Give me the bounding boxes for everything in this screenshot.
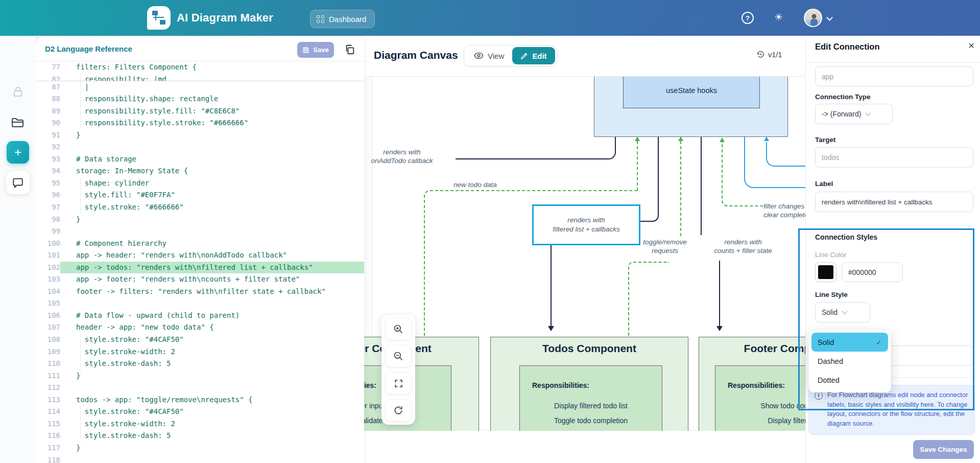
edge-app-footer bbox=[701, 137, 702, 235]
connection-type-value: -> (Forward) bbox=[822, 110, 861, 118]
line-number: 95 bbox=[36, 177, 60, 190]
edge-label-new-todo-data[interactable]: new todo data bbox=[451, 181, 499, 190]
line-number: 104 bbox=[36, 286, 60, 298]
copy-icon[interactable] bbox=[343, 43, 356, 57]
lock-icon[interactable] bbox=[0, 86, 36, 98]
zoom-out-button[interactable] bbox=[385, 345, 412, 367]
editor-title: D2 Language Reference bbox=[45, 44, 132, 53]
code-line[interactable]: 114 style.stroke: "#4CAF50" bbox=[36, 406, 364, 418]
user-avatar[interactable] bbox=[804, 9, 822, 27]
edge-label-counts[interactable]: renders withcounts + filter state bbox=[707, 238, 779, 256]
option-dotted[interactable]: Dotted bbox=[811, 371, 888, 389]
line-style-select[interactable]: Solid bbox=[815, 302, 870, 322]
code-line[interactable]: 113todos -> app: "toggle/remove\nrequest… bbox=[36, 394, 364, 406]
zoom-in-button[interactable] bbox=[385, 318, 412, 340]
connection-type-select[interactable]: -> (Forward) bbox=[815, 104, 893, 124]
chat-button[interactable] bbox=[6, 171, 30, 194]
arrowhead-down-navy bbox=[716, 326, 723, 331]
edge-label-toggle-remove[interactable]: toggle/removerequests bbox=[633, 238, 697, 256]
line-number: 97 bbox=[36, 201, 60, 214]
option-solid[interactable]: Solid✓ bbox=[811, 333, 888, 352]
code-line[interactable]: 99 bbox=[36, 225, 364, 238]
code-line[interactable]: 107header -> app: "new todo data" { bbox=[36, 321, 364, 334]
code-line[interactable]: 110 style.stroke-dash: 5 bbox=[36, 358, 364, 370]
folder-icon[interactable] bbox=[0, 116, 36, 128]
code-line[interactable]: 82 responsibility: |md bbox=[36, 74, 364, 81]
code-line[interactable]: 117} bbox=[36, 442, 364, 454]
edge-label-app-header[interactable]: renders withonAddTodo callback bbox=[364, 148, 446, 166]
line-number: 114 bbox=[36, 406, 60, 418]
code-line[interactable]: 118 bbox=[36, 454, 364, 463]
label-input[interactable] bbox=[815, 192, 973, 212]
chevron-down-icon[interactable] bbox=[826, 14, 833, 21]
code-line[interactable]: 90 responsibility.style.stroke: "#666666… bbox=[36, 117, 364, 129]
line-text: style.stroke-dash: 5 bbox=[60, 358, 364, 370]
line-text bbox=[60, 297, 364, 310]
line-number: 90 bbox=[36, 117, 60, 129]
code-line[interactable]: 112 bbox=[36, 382, 364, 394]
line-number: 98 bbox=[36, 214, 60, 226]
code-line[interactable]: 95 shape: cylinder bbox=[36, 177, 364, 190]
pencil-icon bbox=[520, 52, 528, 60]
help-icon[interactable]: ? bbox=[742, 12, 754, 24]
save-label: Save bbox=[313, 46, 328, 54]
add-button[interactable]: + bbox=[7, 141, 29, 164]
edge-todos-app bbox=[680, 141, 681, 236]
close-icon[interactable]: × bbox=[965, 39, 977, 52]
code-line[interactable]: 109 style.stroke-width: 2 bbox=[36, 346, 364, 358]
code-line[interactable]: 116 style.stroke-dash: 5 bbox=[36, 430, 364, 442]
code-line[interactable]: 96 style.fill: "#E0F7FA" bbox=[36, 189, 364, 201]
code-line[interactable]: 106# Data flow - upward (child to parent… bbox=[36, 310, 364, 322]
code-line[interactable]: 104footer -> filters: "renders with\nfil… bbox=[36, 286, 364, 298]
code-line[interactable]: 108 style.stroke: "#4CAF50" bbox=[36, 334, 364, 346]
theme-toggle-icon[interactable]: ☀ bbox=[774, 11, 783, 23]
version-history[interactable]: v1/1 bbox=[756, 50, 782, 59]
code-line[interactable]: 115 style.stroke-width: 2 bbox=[36, 418, 364, 430]
line-text: } bbox=[60, 214, 364, 226]
code-line[interactable]: 77filters: Filters Component { bbox=[36, 61, 364, 74]
arrowhead-up-blue bbox=[764, 136, 769, 141]
code-line[interactable]: 87 | bbox=[36, 81, 364, 94]
source-input[interactable] bbox=[815, 66, 973, 86]
line-number: 109 bbox=[36, 346, 60, 358]
line-text: responsibility.shape: rectangle bbox=[60, 93, 364, 105]
code-line[interactable]: 89 responsibility.style.fill: "#C8E6C8" bbox=[36, 105, 364, 118]
save-changes-button[interactable]: Save Changes bbox=[913, 440, 974, 459]
selected-edge-label[interactable]: renders withfiltered list + callbacks bbox=[532, 204, 640, 245]
fullscreen-button[interactable] bbox=[385, 372, 412, 395]
target-input[interactable] bbox=[815, 147, 973, 168]
line-text: style.fill: "#E0F7FA" bbox=[60, 189, 364, 201]
edit-button[interactable]: Edit bbox=[512, 47, 555, 64]
grid-icon bbox=[317, 15, 324, 23]
label-field-label: Label bbox=[815, 180, 833, 188]
connection-type-label: Connection Type bbox=[815, 93, 871, 101]
code-line[interactable]: 98} bbox=[36, 214, 364, 226]
code-line[interactable]: 101app -> header: "renders with\nonAddTo… bbox=[36, 249, 364, 262]
line-number: 118 bbox=[36, 454, 60, 463]
code-line[interactable]: 105 bbox=[36, 297, 364, 310]
code-line[interactable]: 94storage: In-Memory State { bbox=[36, 165, 364, 177]
line-text: filters: Filters Component { bbox=[60, 61, 364, 74]
code-line[interactable]: 97 style.stroke: "#666666" bbox=[36, 201, 364, 214]
code-line[interactable]: 93# Data storage bbox=[36, 153, 364, 166]
view-button[interactable]: View bbox=[466, 47, 512, 64]
color-hex-input[interactable] bbox=[842, 262, 903, 282]
code-line[interactable]: 88 responsibility.shape: rectangle bbox=[36, 93, 364, 105]
color-swatch[interactable] bbox=[815, 262, 836, 282]
line-text: app -> todos: "renders with\nfiltered li… bbox=[60, 262, 364, 274]
code-line[interactable]: 91} bbox=[36, 129, 364, 142]
code-line[interactable]: 103app -> footer: "renders with\ncounts … bbox=[36, 273, 364, 286]
code-line[interactable]: 100# Component hierarchy bbox=[36, 238, 364, 250]
line-text: style.stroke: "#666666" bbox=[60, 201, 364, 214]
option-dashed[interactable]: Dashed bbox=[811, 352, 888, 371]
reset-view-button[interactable] bbox=[385, 399, 412, 422]
node-usestate-hooks[interactable]: useState hooks bbox=[623, 77, 760, 108]
dashboard-button[interactable]: Dashboard bbox=[310, 10, 375, 28]
code-line[interactable]: 111} bbox=[36, 370, 364, 382]
node-todos-responsibilities[interactable]: Responsibilities: Display filtered todo … bbox=[519, 365, 662, 431]
code-line[interactable]: 92 bbox=[36, 141, 364, 153]
arrowhead-up-green bbox=[720, 137, 725, 142]
save-button[interactable]: Save bbox=[297, 42, 334, 58]
code-line[interactable]: 102app -> todos: "renders with\nfiltered… bbox=[36, 262, 364, 274]
usestate-label: useState hooks bbox=[666, 86, 717, 108]
